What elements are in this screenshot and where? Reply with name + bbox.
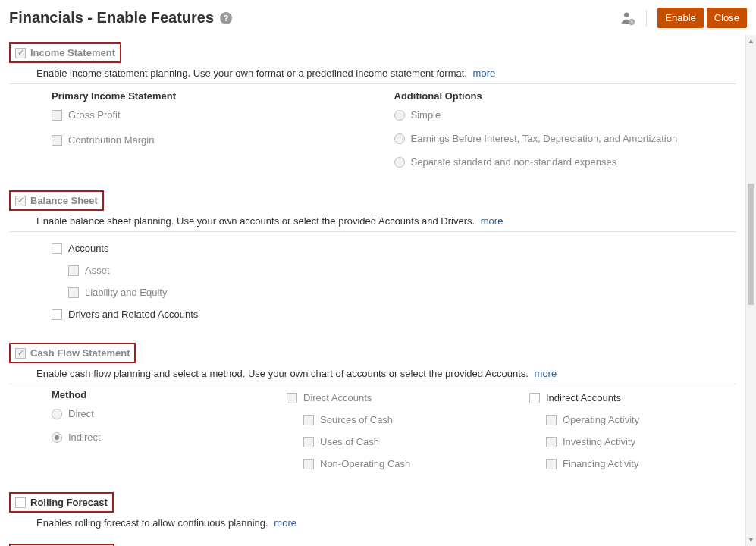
asset-checkbox[interactable] [68,265,79,276]
sources-checkbox[interactable] [303,415,314,425]
direct-accounts-label: Direct Accounts [303,392,372,403]
direct-label: Direct [68,408,94,419]
investing-checkbox[interactable] [546,437,557,447]
page-header: Financials - Enable Features ? ? Enable … [0,0,756,33]
uses-label: Uses of Cash [320,436,379,447]
simple-label: Simple [411,109,441,121]
contribution-margin-checkbox[interactable] [52,135,62,146]
liability-checkbox[interactable] [68,287,79,298]
primary-income-title: Primary Income Statement [52,90,394,102]
scroll-track[interactable] [746,47,756,534]
help-icon[interactable]: ? [220,12,232,24]
income-description: Enable income statement planning. Use yo… [9,63,736,84]
gross-profit-label: Gross Profit [68,109,121,121]
indirect-accounts-checkbox[interactable] [529,393,540,403]
scroll-down-arrow[interactable]: ▼ [746,534,756,546]
close-button[interactable]: Close [707,8,747,28]
operating-label: Operating Activity [563,414,639,425]
scroll-up-arrow[interactable]: ▲ [746,35,756,47]
enable-button[interactable]: Enable [657,8,703,28]
section-balance-sheet: ✓ Balance Sheet [9,190,104,211]
scroll-thumb[interactable] [748,184,754,306]
rolling-description: Enables rolling forecast to allow contin… [9,513,736,533]
ebitda-label: Earnings Before Interest, Tax, Depreciat… [411,133,678,144]
indirect-accounts-label: Indirect Accounts [546,392,621,403]
uses-checkbox[interactable] [303,437,314,447]
nonop-checkbox[interactable] [303,459,314,469]
direct-accounts-checkbox[interactable] [287,393,297,403]
cashflow-checkbox[interactable]: ✓ [15,348,26,359]
section-rolling-forecast: Rolling Forecast [9,492,114,513]
drivers-checkbox[interactable] [52,309,62,320]
cashflow-more-link[interactable]: more [535,368,557,379]
balance-label: Balance Sheet [30,195,98,206]
income-label: Income Statement [30,47,115,58]
method-title: Method [52,389,287,400]
vertical-scrollbar[interactable]: ▲ ▼ [745,35,756,546]
nonop-label: Non-Operating Cash [320,458,410,469]
balance-checkbox[interactable]: ✓ [15,196,26,206]
income-more-link[interactable]: more [473,67,496,79]
rolling-label: Rolling Forecast [30,497,108,508]
investing-label: Investing Activity [563,436,635,447]
accounts-checkbox[interactable] [52,243,62,254]
rolling-checkbox[interactable] [15,497,26,508]
additional-options-title: Additional Options [394,90,737,102]
indirect-radio[interactable] [52,432,62,443]
indirect-label: Indirect [68,431,101,443]
header-divider [646,10,647,27]
rolling-more-link[interactable]: more [274,517,296,529]
income-checkbox[interactable]: ✓ [15,48,26,58]
content-area: ✓ Income Statement Enable income stateme… [0,35,745,546]
section-cash-flow: ✓ Cash Flow Statement [9,343,136,363]
balance-more-link[interactable]: more [481,215,503,227]
separate-label: Separate standard and non-standard expen… [411,156,617,168]
liability-label: Liability and Equity [85,287,167,298]
balance-description: Enable balance sheet planning. Use your … [9,211,736,232]
page-title: Financials - Enable Features [9,9,214,27]
simple-radio[interactable] [394,110,405,121]
financing-label: Financing Activity [563,458,638,469]
gross-profit-checkbox[interactable] [52,110,62,121]
user-help-icon[interactable]: ? [620,11,635,26]
drivers-label: Drivers and Related Accounts [68,309,198,320]
sources-label: Sources of Cash [320,414,393,425]
ebitda-radio[interactable] [394,133,405,144]
separate-radio[interactable] [394,157,405,168]
cashflow-description: Enable cash flow planning and select a m… [9,363,736,384]
section-income-statement: ✓ Income Statement [9,42,121,63]
financing-checkbox[interactable] [546,459,557,469]
svg-point-0 [624,12,629,17]
contribution-margin-label: Contribution Margin [68,134,154,146]
operating-checkbox[interactable] [546,415,557,425]
direct-radio[interactable] [52,409,62,419]
asset-label: Asset [85,265,110,276]
accounts-label: Accounts [68,243,108,254]
cashflow-label: Cash Flow Statement [30,347,130,359]
